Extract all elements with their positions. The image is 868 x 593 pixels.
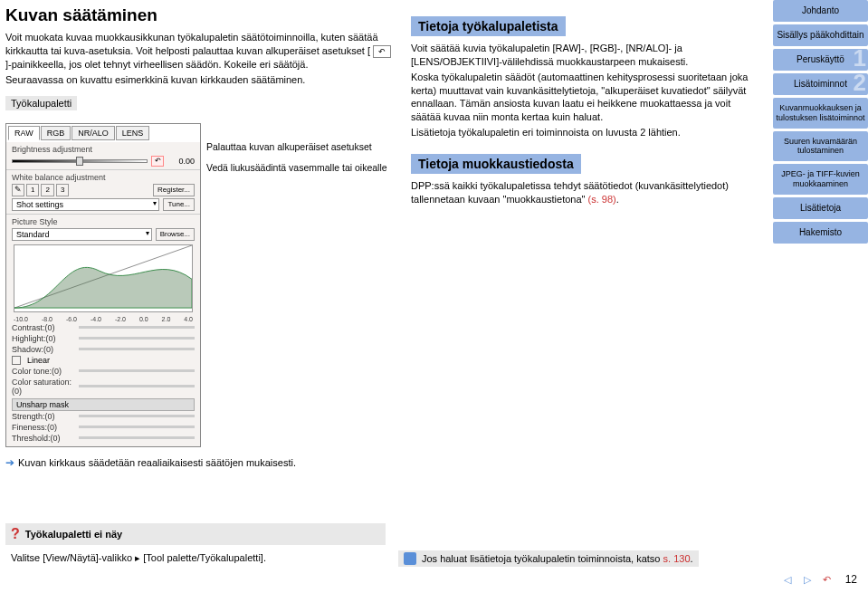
sidebar-item-editprint[interactable]: Kuvanmuokkauksen ja tulostuksen lisätoim… <box>773 98 868 129</box>
question-icon: ? <box>11 526 20 542</box>
colorsat-slider[interactable] <box>79 385 195 387</box>
threshold-label: Threshold:(0) <box>12 434 75 443</box>
unsharp-dropdown[interactable]: Unsharp mask <box>12 398 195 411</box>
highlight-slider[interactable] <box>79 337 195 340</box>
histogram <box>14 244 193 312</box>
wb-dropdown[interactable]: Shot settings <box>12 198 159 211</box>
sidebar-item-basic[interactable]: Peruskäyttö 1 <box>773 49 868 71</box>
contrast-label: Contrast:(0) <box>12 323 75 332</box>
nav-next-button[interactable]: ▷ <box>798 571 816 588</box>
brightness-reset-button[interactable]: ↶ <box>151 156 164 167</box>
threshold-slider[interactable] <box>79 436 195 439</box>
right-p2: Koska työkalupaletin säädöt (automaattin… <box>411 71 757 124</box>
faq-body: Valitse [View/Näytä]-valikko ▸ [Tool pal… <box>5 549 272 568</box>
colorsat-label: Color saturation:(0) <box>12 378 75 396</box>
browse-button[interactable]: Browse... <box>156 228 195 241</box>
reset-icon: ↶ <box>373 45 391 58</box>
contrast-slider[interactable] <box>79 326 195 329</box>
sidebar-item-contents[interactable]: Sisällys pääkohdittain <box>773 24 868 46</box>
tune-button[interactable]: Tune... <box>163 198 195 211</box>
nav-prev-button[interactable]: ◁ <box>778 571 796 588</box>
nav-back-button[interactable]: ↶ <box>818 571 836 588</box>
right-p3: Lisätietoja työkalupaletin eri toiminnoi… <box>411 126 757 139</box>
wb-btn-3[interactable]: 3 <box>56 184 69 196</box>
faq-title: Työkalupaletti ei näy <box>25 529 122 540</box>
info-heading-palette: Tietoja työkalupaletista <box>411 16 566 36</box>
fineness-label: Fineness:(0) <box>12 423 75 432</box>
colortone-label: Color tone:(0) <box>12 367 75 376</box>
link-p130[interactable]: s. 130 <box>663 553 691 564</box>
hint-text: Jos haluat lisätietoja työkalupaletin to… <box>422 553 693 564</box>
intro-p1: Voit muokata kuvaa muokkausikkunan työka… <box>5 31 395 72</box>
link-p98[interactable]: (s. 98) <box>588 194 616 205</box>
fineness-slider[interactable] <box>79 426 195 428</box>
tab-nralo[interactable]: NR/ALO <box>72 126 115 140</box>
sidebar-item-bulkprint[interactable]: Suuren kuvamäärän tulostaminen <box>773 131 868 162</box>
sidebar-item-label: Peruskäyttö <box>796 54 844 64</box>
page-number: 12 <box>845 573 857 586</box>
right-p4: DPP:ssä kaikki työkalupaletissa tehdyt s… <box>411 179 757 206</box>
linear-checkbox[interactable] <box>12 356 21 365</box>
intro-p1a: Voit muokata kuvaa muokkausikkunan työka… <box>5 32 378 56</box>
info-icon <box>404 552 416 565</box>
eyedropper-icon[interactable]: ✎ <box>12 184 24 196</box>
callout-reset: Palauttaa kuvan alkuperäiset asetukset <box>206 141 395 154</box>
callout-drag: Vedä liukusäädintä vasemmalle tai oikeal… <box>206 162 395 175</box>
register-button[interactable]: Register... <box>153 184 195 196</box>
tab-lens[interactable]: LENS <box>116 126 150 140</box>
sidebar-item-jpegtiff[interactable]: JPEG- ja TIFF-kuvien muokkaaminen <box>773 164 868 195</box>
wb-btn-2[interactable]: 2 <box>41 184 53 196</box>
shadow-label: Shadow:(0) <box>12 345 75 354</box>
histogram-scale: -10.0-8.0-6.0-4.0-2.00.02.04.0 <box>12 316 195 322</box>
page-title: Kuvan säätäminen <box>5 5 395 25</box>
brightness-value: 0.00 <box>167 157 195 166</box>
tab-rgb[interactable]: RGB <box>41 126 72 140</box>
wb-label: White balance adjustment <box>12 173 195 182</box>
wb-btn-1[interactable]: 1 <box>26 184 39 196</box>
brightness-slider[interactable] <box>12 159 148 163</box>
sidebar-item-intro[interactable]: Johdanto <box>773 0 868 22</box>
brightness-label: Brightness adjustment <box>12 145 195 154</box>
ps-dropdown[interactable]: Standard <box>12 228 152 241</box>
intro-p1b: ]-painikkeella, jos olet tehnyt virheell… <box>5 59 308 70</box>
sidebar: Johdanto Sisällys pääkohdittain Peruskäy… <box>773 0 868 593</box>
colortone-slider[interactable] <box>79 369 195 372</box>
right-p1: Voit säätää kuvia työkalupaletin [RAW]-,… <box>411 42 757 69</box>
highlight-label: Highlight:(0) <box>12 334 75 343</box>
shadow-slider[interactable] <box>79 348 195 350</box>
chapter-num-2: 2 <box>854 69 866 97</box>
strength-label: Strength:(0) <box>12 412 75 421</box>
sidebar-item-advanced[interactable]: Lisätoiminnot 2 <box>773 73 868 95</box>
linear-label: Linear <box>27 356 50 365</box>
tool-palette-screenshot: RAW RGB NR/ALO LENS Brightness adjustmen… <box>5 123 201 447</box>
intro-p2: Seuraavassa on kuvattu esimerkkinä kuvan… <box>5 73 395 87</box>
sidebar-item-label: Lisätoiminnot <box>794 79 847 89</box>
palette-label: Työkalupaletti <box>5 96 77 110</box>
tab-raw[interactable]: RAW <box>8 126 40 140</box>
info-heading-editdata: Tietoja muokkaustiedosta <box>411 154 581 174</box>
ps-label: Picture Style <box>12 217 195 226</box>
strength-slider[interactable] <box>79 415 195 417</box>
sidebar-item-moreinfo[interactable]: Lisätietoja <box>773 197 868 219</box>
sidebar-item-index[interactable]: Hakemisto <box>773 222 868 244</box>
arrow-icon: ➔ <box>5 456 14 469</box>
realtime-note: Kuvan kirkkaus säädetään reaaliaikaisest… <box>18 457 296 468</box>
